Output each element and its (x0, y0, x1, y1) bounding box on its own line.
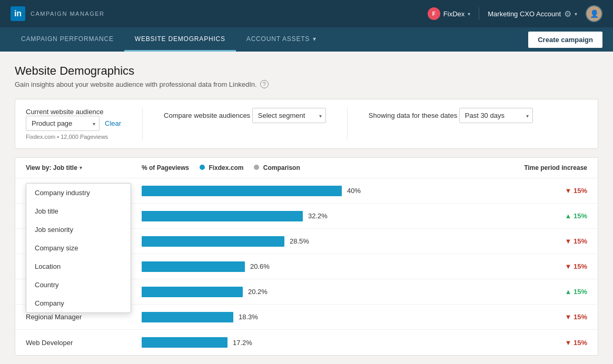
row-label: Web Developer (26, 339, 142, 347)
bar-track (142, 312, 233, 322)
dropdown-item-company[interactable]: Company (26, 294, 131, 312)
bar-cell: 28.5% (142, 236, 513, 247)
filter-divider-2 (347, 108, 348, 140)
account-assets-chevron-icon: ▾ (313, 35, 317, 43)
time-increase-col-label: Time period increase (513, 164, 587, 171)
clear-link[interactable]: Clear (105, 119, 121, 127)
page-content: Website Demographics Gain insights about… (0, 52, 613, 364)
app-title: CAMPAIGN MANAGER (31, 11, 105, 17)
comparison-col-label: Comparison (263, 164, 300, 171)
bar-pct: 18.3% (239, 313, 260, 321)
bar-track (142, 337, 228, 348)
bar-track (142, 211, 303, 221)
audience-select[interactable]: Product page (26, 116, 100, 131)
time-increase: ▼ 15% (513, 262, 587, 270)
viewby-chevron-icon: ▾ (80, 165, 82, 170)
marketing-chevron-icon: ▾ (575, 11, 577, 17)
time-increase: ▼ 15% (513, 339, 587, 347)
time-increase: ▼ 15% (513, 187, 587, 195)
filter-box: Current website audience Product page ▾ … (15, 99, 598, 149)
page-subtitle: Gain insights about your website audienc… (15, 80, 598, 88)
bar-pct: 28.5% (290, 237, 311, 245)
nav-account-assets[interactable]: ACCOUNT ASSETS ▾ (236, 27, 327, 52)
page-title: Website Demographics (15, 64, 598, 78)
bar-track (142, 186, 342, 196)
logo-area: in CAMPAIGN MANAGER (11, 6, 105, 21)
compare-filter-group: Compare website audiences Select segment… (164, 108, 326, 123)
compare-select-wrapper[interactable]: Select segment ▾ (252, 108, 326, 123)
account-name: FixDex (443, 10, 464, 18)
dropdown-item-job-title[interactable]: Job title (26, 202, 131, 220)
compare-select[interactable]: Select segment (252, 108, 326, 123)
bar-pct: 20.6% (250, 262, 271, 270)
dropdown-item-company-size[interactable]: Company size (26, 239, 131, 257)
dropdown-item-job-seniority[interactable]: Job seniority (26, 220, 131, 239)
table-section: View by: Job title ▾ % of Pageviews Fixd… (15, 157, 598, 356)
bar-pct: 32.2% (308, 212, 329, 220)
bar-cell: 20.6% (142, 261, 513, 272)
bar-cell: 20.2% (142, 287, 513, 297)
nav-website-demographics[interactable]: WEBSITE DEMOGRAPHICS (124, 27, 236, 52)
viewby-label: View by: Job title (26, 164, 77, 171)
help-icon[interactable]: ? (260, 80, 269, 88)
bar-track (142, 261, 245, 272)
compare-label: Compare website audiences (164, 112, 250, 119)
bar-pct: 20.2% (248, 288, 269, 296)
dates-label: Showing data for these dates (369, 112, 457, 119)
time-increase: ▲ 15% (513, 288, 587, 296)
user-avatar[interactable]: 👤 (586, 5, 602, 22)
nav-campaign-performance[interactable]: CAMPAIGN PERFORMANCE (11, 27, 124, 52)
bar-cell: 17.2% (142, 337, 513, 348)
marketing-account-selector[interactable]: Marketing CXO Account ⚙ ▾ (488, 9, 577, 19)
time-increase: ▼ 15% (513, 237, 587, 245)
audience-filter-group: Current website audience Product page ▾ … (26, 108, 121, 140)
account-selector[interactable]: F FixDex ▾ (428, 7, 470, 20)
linkedin-logo: in (11, 6, 25, 21)
table-row: Web Developer 17.2% ▼ 15% (15, 330, 598, 355)
bar-track (142, 287, 243, 297)
dates-filter-group: Showing data for these dates Past 30 day… (369, 108, 533, 123)
viewby-dropdown-menu: Company industry Job title Job seniority… (26, 183, 131, 313)
comparison-dot-icon (254, 165, 259, 170)
bar-pct: 17.2% (233, 339, 254, 347)
bar-pct: 40% (347, 187, 368, 195)
top-bar: in CAMPAIGN MANAGER F FixDex ▾ Marketing… (0, 0, 613, 27)
audience-note: Fixdex.com • 12,000 Pageviews (26, 134, 121, 140)
account-chevron-icon: ▾ (468, 11, 470, 17)
pageviews-col-label: % of Pageviews (142, 164, 189, 171)
dropdown-item-country[interactable]: Country (26, 276, 131, 294)
row-label: Regional Manager (26, 313, 142, 321)
viewby-header: View by: Job title ▾ (26, 164, 142, 171)
dropdown-item-company-industry[interactable]: Company industry (26, 184, 131, 202)
secondary-nav: CAMPAIGN PERFORMANCE WEBSITE DEMOGRAPHIC… (0, 27, 613, 52)
bar-cell: 32.2% (142, 211, 513, 221)
table-legend: % of Pageviews Fixdex.com Comparison (142, 164, 513, 171)
gear-icon: ⚙ (564, 9, 571, 19)
audience-select-wrapper[interactable]: Product page ▾ (26, 116, 100, 131)
dropdown-item-location[interactable]: Location (26, 257, 131, 276)
dates-select[interactable]: Past 30 days (459, 108, 533, 123)
time-increase: ▲ 15% (513, 212, 587, 220)
filter-divider-1 (142, 108, 143, 140)
nav-divider (479, 7, 479, 20)
bar-cell: 40% (142, 186, 513, 196)
time-increase: ▼ 15% (513, 313, 587, 321)
account-logo: F (428, 7, 440, 20)
marketing-account-label: Marketing CXO Account (488, 10, 561, 18)
fixdex-dot-icon (200, 165, 205, 170)
bar-track (142, 236, 284, 247)
bar-cell: 18.3% (142, 312, 513, 322)
dates-select-wrapper[interactable]: Past 30 days ▾ (459, 108, 533, 123)
fixdex-col-label: Fixdex.com (209, 164, 243, 171)
top-bar-right: F FixDex ▾ Marketing CXO Account ⚙ ▾ 👤 (428, 5, 602, 22)
table-header: View by: Job title ▾ % of Pageviews Fixd… (15, 158, 598, 178)
audience-label: Current website audience (26, 108, 103, 116)
create-campaign-button[interactable]: Create campaign (528, 32, 602, 48)
viewby-dropdown-button[interactable]: View by: Job title ▾ (26, 164, 82, 171)
